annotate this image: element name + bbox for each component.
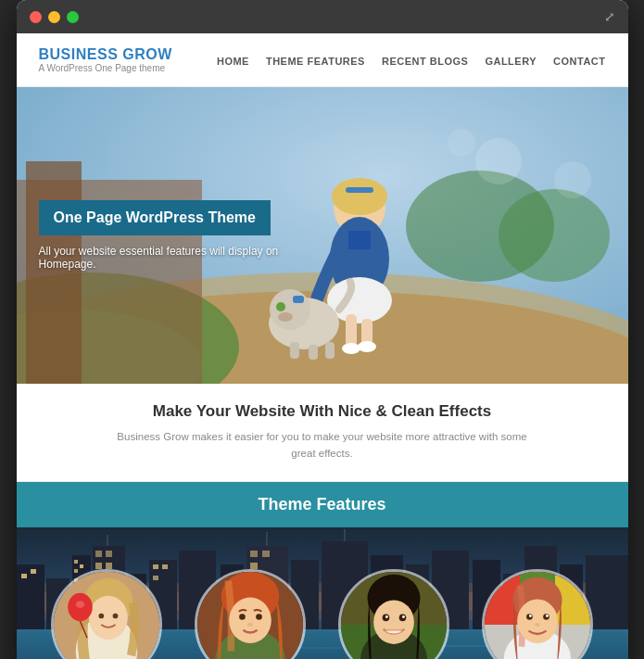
maximize-dot[interactable]	[67, 11, 79, 23]
hero-overlay: One Page WordPress Theme All your websit…	[39, 200, 298, 271]
svg-rect-50	[95, 563, 102, 569]
svg-point-103	[385, 615, 388, 618]
profile-circle-2	[195, 569, 306, 659]
svg-rect-43	[74, 560, 78, 564]
profile-circles-row	[17, 569, 628, 659]
browser-titlebar: ⤢	[17, 0, 628, 33]
person3-svg	[341, 572, 447, 659]
features-banner-title: Theme Features	[30, 495, 615, 514]
svg-rect-62	[250, 563, 258, 569]
svg-point-25	[278, 312, 293, 322]
hero-subtitle: All your website essential features will…	[39, 245, 298, 271]
nav-gallery[interactable]: GALLERY	[485, 56, 537, 67]
svg-point-92	[239, 614, 246, 620]
person1-svg	[54, 572, 159, 659]
hero-title: One Page WordPress Theme	[39, 200, 271, 235]
profile-circle-1	[51, 569, 162, 659]
svg-point-13	[332, 178, 387, 215]
svg-point-8	[499, 189, 610, 282]
svg-point-81	[89, 595, 128, 640]
svg-rect-49	[106, 551, 112, 557]
features-section	[17, 527, 628, 659]
person2-svg	[197, 572, 303, 659]
svg-point-116	[546, 615, 549, 617]
info-heading: Make Your Website With Nice & Clean Effe…	[54, 402, 591, 421]
close-dot[interactable]	[30, 11, 42, 23]
svg-point-82	[98, 613, 104, 618]
profile-circle-3	[338, 569, 449, 659]
profile-circle-4	[482, 569, 593, 659]
brand: BUSINESS GROW A WordPress One Page theme	[39, 46, 172, 73]
svg-point-91	[229, 597, 271, 642]
svg-point-21	[358, 341, 376, 352]
info-section: Make Your Website With Nice & Clean Effe…	[17, 384, 628, 482]
svg-rect-29	[325, 342, 335, 359]
site-navbar: BUSINESS GROW A WordPress One Page theme…	[17, 33, 628, 87]
svg-point-112	[517, 599, 558, 643]
hero-section: One Page WordPress Theme All your websit…	[17, 87, 628, 384]
brand-name[interactable]: BUSINESS GROW	[39, 46, 172, 63]
svg-point-20	[342, 343, 360, 354]
browser-controls	[30, 11, 79, 23]
svg-rect-27	[290, 342, 299, 359]
svg-point-100	[373, 600, 414, 644]
nav-home[interactable]: HOME	[217, 56, 249, 67]
nav-contact[interactable]: CONTACT	[553, 56, 605, 67]
svg-rect-48	[95, 551, 102, 557]
brand-tagline: A WordPress One Page theme	[39, 63, 172, 73]
nav-links: HOME THEME FEATURES RECENT BLOGS GALLERY…	[217, 52, 606, 69]
nav-theme-features[interactable]: THEME FEATURES	[266, 56, 365, 67]
svg-point-104	[402, 615, 405, 618]
svg-point-9	[475, 138, 522, 184]
svg-point-93	[256, 614, 262, 620]
browser-window: ⤢ BUSINESS GROW A WordPress One Page the…	[17, 0, 628, 659]
svg-rect-60	[250, 551, 258, 557]
expand-icon[interactable]: ⤢	[604, 9, 615, 24]
svg-rect-61	[262, 551, 270, 557]
features-banner: Theme Features	[17, 482, 628, 527]
svg-point-94	[247, 623, 253, 627]
svg-rect-46	[80, 564, 83, 568]
svg-point-86	[76, 601, 85, 608]
svg-rect-26	[293, 296, 304, 303]
person4-svg	[485, 572, 590, 659]
svg-rect-18	[346, 314, 357, 347]
svg-point-23	[270, 289, 310, 330]
svg-point-115	[529, 615, 532, 617]
svg-point-24	[276, 302, 285, 311]
minimize-dot[interactable]	[48, 11, 60, 23]
nav-recent-blogs[interactable]: RECENT BLOGS	[382, 56, 468, 67]
svg-rect-28	[309, 345, 318, 360]
svg-point-10	[448, 129, 475, 157]
svg-point-11	[554, 161, 591, 198]
info-text: Business Grow makes it easier for you to…	[109, 428, 536, 463]
svg-rect-14	[346, 187, 373, 193]
svg-point-83	[113, 613, 119, 618]
svg-rect-51	[106, 563, 112, 569]
svg-rect-6	[26, 161, 82, 384]
svg-point-117	[535, 623, 540, 627]
svg-rect-16	[348, 231, 371, 249]
